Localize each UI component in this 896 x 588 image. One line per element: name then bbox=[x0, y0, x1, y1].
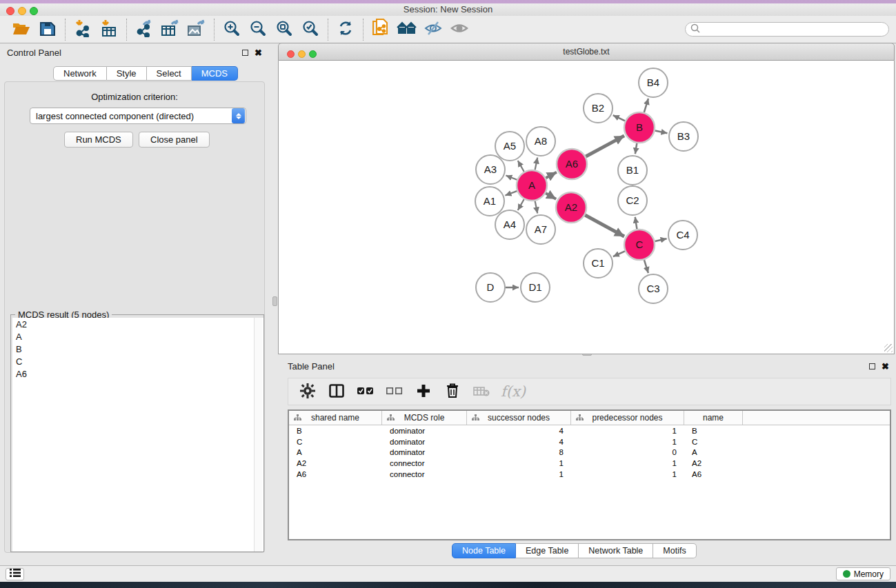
vertical-split-handle[interactable] bbox=[272, 296, 277, 306]
result-item-b[interactable]: B bbox=[12, 343, 263, 355]
add-column-button[interactable] bbox=[414, 381, 433, 402]
first-neighbors-button[interactable] bbox=[394, 18, 420, 41]
tab-network[interactable]: Network bbox=[53, 66, 107, 81]
cell[interactable]: 1 bbox=[571, 459, 684, 467]
export-network-button[interactable] bbox=[131, 18, 157, 41]
graph-node-B1[interactable]: B1 bbox=[618, 156, 647, 185]
network-zoom-button[interactable] bbox=[309, 50, 317, 58]
graph-edge-B-B3[interactable] bbox=[655, 131, 668, 134]
graph-node-B[interactable]: B bbox=[624, 112, 655, 143]
graph-edge-A-A2[interactable] bbox=[546, 193, 556, 199]
graph-edge-A-A7[interactable] bbox=[535, 201, 538, 214]
graph-node-C1[interactable]: C1 bbox=[584, 249, 613, 278]
graph-edge-A6-B[interactable] bbox=[586, 136, 624, 156]
graph-edge-B-B1[interactable] bbox=[635, 143, 637, 154]
refresh-layout-button[interactable] bbox=[332, 18, 359, 41]
result-item-a6[interactable]: A6 bbox=[12, 367, 263, 380]
run-mcds-button[interactable]: Run MCDS bbox=[64, 132, 133, 148]
cell[interactable]: B bbox=[684, 427, 743, 435]
close-panel-icon[interactable]: ✖ bbox=[255, 50, 262, 56]
show-panel-list-button[interactable] bbox=[6, 568, 24, 580]
table-row-b[interactable]: Bdominator41B bbox=[289, 425, 890, 436]
result-item-a2[interactable]: A2 bbox=[12, 318, 263, 330]
table-row-a2[interactable]: A2connector11A2 bbox=[289, 458, 890, 469]
graph-node-A2[interactable]: A2 bbox=[556, 192, 586, 223]
graph-node-A4[interactable]: A4 bbox=[495, 210, 524, 239]
cell[interactable]: A bbox=[289, 448, 382, 456]
graph-edge-A-A8[interactable] bbox=[535, 158, 538, 170]
graph-edge-C-C1[interactable] bbox=[613, 251, 625, 256]
graph-edge-B-B2[interactable] bbox=[613, 115, 625, 121]
result-list-scrollbar[interactable] bbox=[254, 318, 262, 551]
graph-node-A3[interactable]: A3 bbox=[476, 155, 505, 184]
graph-edge-A-A1[interactable] bbox=[505, 191, 517, 195]
cell[interactable]: 0 bbox=[571, 448, 684, 456]
graph-node-A7[interactable]: A7 bbox=[526, 215, 555, 244]
graph-edge-C-C4[interactable] bbox=[655, 239, 666, 241]
export-table-button[interactable] bbox=[157, 18, 183, 41]
tab-style[interactable]: Style bbox=[107, 66, 147, 81]
table-tab-node-table[interactable]: Node Table bbox=[452, 543, 516, 558]
cell[interactable]: 1 bbox=[571, 427, 684, 435]
delete-table-button[interactable] bbox=[472, 381, 491, 402]
import-table-button[interactable] bbox=[96, 18, 122, 41]
table-tab-edge-table[interactable]: Edge Table bbox=[516, 543, 579, 558]
graph-edge-B-B4[interactable] bbox=[644, 99, 648, 112]
function-builder-button[interactable]: f(x) bbox=[501, 383, 526, 400]
graph-node-B4[interactable]: B4 bbox=[639, 68, 668, 97]
cell[interactable]: C bbox=[684, 438, 743, 446]
cell[interactable]: A2 bbox=[289, 459, 382, 467]
table-row-c[interactable]: Cdominator41C bbox=[289, 436, 890, 447]
graph-node-A8[interactable]: A8 bbox=[526, 127, 555, 156]
graph-edge-C-C3[interactable] bbox=[644, 260, 648, 273]
graph-node-C2[interactable]: C2 bbox=[618, 186, 647, 215]
network-canvas[interactable]: B4B2BB3A5A8A6A3B1AA1C2A2A4A7C4CC1DD1C3 bbox=[278, 61, 895, 354]
column-header-predecessor-nodes[interactable]: predecessor nodes bbox=[571, 411, 684, 425]
cell[interactable]: 1 bbox=[571, 438, 684, 446]
hide-selected-button[interactable] bbox=[420, 18, 446, 41]
show-columns-button[interactable] bbox=[327, 381, 346, 402]
export-image-button[interactable] bbox=[183, 18, 210, 41]
close-window-button[interactable] bbox=[6, 7, 14, 15]
result-item-a[interactable]: A bbox=[12, 330, 263, 343]
column-header-name[interactable]: name bbox=[684, 411, 743, 425]
window-resize-grip[interactable] bbox=[884, 344, 893, 352]
delete-column-button[interactable] bbox=[443, 381, 462, 402]
optimization-criterion-dropdown[interactable]: largest connected component (directed) bbox=[30, 108, 246, 124]
table-tab-motifs[interactable]: Motifs bbox=[653, 543, 696, 558]
graph-edge-A-A6[interactable] bbox=[546, 172, 557, 178]
cell[interactable]: 1 bbox=[467, 470, 571, 478]
graph-node-C4[interactable]: C4 bbox=[668, 221, 697, 250]
search-input[interactable] bbox=[704, 25, 876, 34]
mcds-result-list[interactable]: A2ABCA6 bbox=[12, 318, 263, 551]
tab-mcds[interactable]: MCDS bbox=[192, 66, 238, 81]
graph-node-D1[interactable]: D1 bbox=[521, 273, 550, 302]
graph-node-D[interactable]: D bbox=[476, 273, 505, 302]
close-panel-button[interactable]: Close panel bbox=[139, 132, 210, 148]
cell[interactable]: connector bbox=[382, 459, 467, 467]
cell[interactable]: 1 bbox=[571, 470, 684, 478]
deselect-all-rows-button[interactable] bbox=[385, 381, 404, 402]
graph-node-A1[interactable]: A1 bbox=[475, 187, 504, 216]
column-header-shared-name[interactable]: shared name bbox=[289, 411, 382, 425]
open-file-button[interactable] bbox=[8, 18, 34, 41]
result-item-c[interactable]: C bbox=[12, 355, 263, 367]
graph-edge-A2-C[interactable] bbox=[585, 215, 624, 236]
graph-node-C3[interactable]: C3 bbox=[639, 274, 668, 303]
cell[interactable]: A6 bbox=[289, 470, 382, 478]
table-row-a[interactable]: Adominator80A bbox=[289, 447, 890, 458]
cell[interactable]: 8 bbox=[467, 448, 571, 456]
node-table[interactable]: shared nameMCDS rolesuccessor nodesprede… bbox=[288, 409, 891, 540]
table-settings-button[interactable] bbox=[298, 381, 317, 402]
float-table-panel-icon[interactable] bbox=[869, 363, 875, 369]
cell[interactable]: 1 bbox=[467, 459, 571, 467]
clone-network-button[interactable] bbox=[368, 18, 394, 41]
column-header-MCDS-role[interactable]: MCDS role bbox=[382, 411, 467, 425]
table-tab-network-table[interactable]: Network Table bbox=[579, 543, 653, 558]
search-field[interactable] bbox=[685, 22, 889, 37]
zoom-selected-button[interactable] bbox=[297, 18, 323, 41]
graph-node-A5[interactable]: A5 bbox=[495, 132, 524, 161]
cell[interactable]: A2 bbox=[684, 459, 743, 467]
graph-edge-A-A3[interactable] bbox=[506, 176, 517, 180]
zoom-out-button[interactable] bbox=[245, 18, 271, 41]
